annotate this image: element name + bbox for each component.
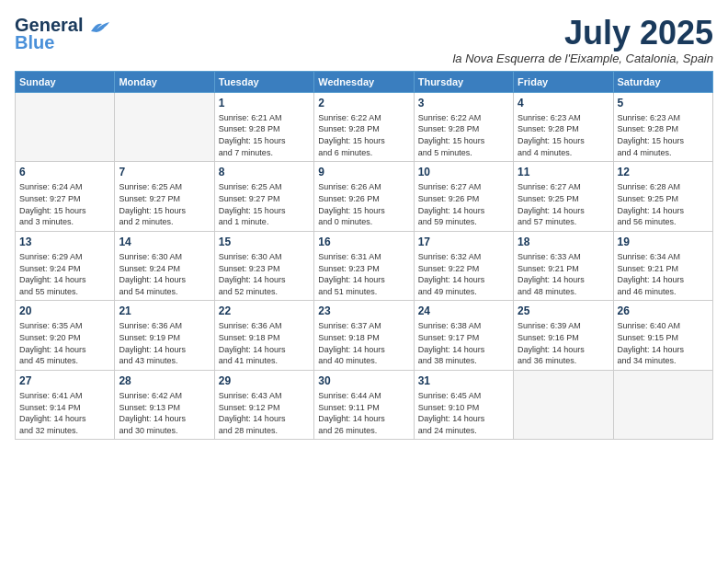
calendar-cell <box>115 92 214 162</box>
day-number: 1 <box>219 96 310 110</box>
calendar-cell: 7Sunrise: 6:25 AM Sunset: 9:27 PM Daylig… <box>115 162 214 232</box>
day-number: 20 <box>19 304 110 318</box>
column-header-wednesday: Wednesday <box>314 71 414 92</box>
day-number: 5 <box>618 96 709 110</box>
day-number: 29 <box>219 373 310 388</box>
day-number: 22 <box>219 304 310 318</box>
day-info: Sunrise: 6:25 AM Sunset: 9:27 PM Dayligh… <box>119 181 210 227</box>
calendar-cell: 1Sunrise: 6:21 AM Sunset: 9:28 PM Daylig… <box>214 92 313 162</box>
day-info: Sunrise: 6:23 AM Sunset: 9:28 PM Dayligh… <box>618 112 709 158</box>
day-number: 23 <box>318 304 409 318</box>
calendar-cell: 28Sunrise: 6:42 AM Sunset: 9:13 PM Dayli… <box>115 370 214 440</box>
week-row-1: 1Sunrise: 6:21 AM Sunset: 9:28 PM Daylig… <box>16 92 713 162</box>
day-number: 14 <box>119 235 210 249</box>
page-header: General Blue July 2025 la Nova Esquerra … <box>15 15 713 65</box>
column-header-tuesday: Tuesday <box>214 71 313 92</box>
day-number: 15 <box>219 235 310 249</box>
day-number: 12 <box>618 165 709 179</box>
day-number: 24 <box>418 304 509 318</box>
logo-bird-icon <box>89 20 109 35</box>
calendar-cell: 13Sunrise: 6:29 AM Sunset: 9:24 PM Dayli… <box>16 231 115 301</box>
day-number: 21 <box>119 304 210 318</box>
day-info: Sunrise: 6:29 AM Sunset: 9:24 PM Dayligh… <box>19 251 110 297</box>
day-info: Sunrise: 6:25 AM Sunset: 9:27 PM Dayligh… <box>219 181 310 227</box>
day-number: 18 <box>518 235 609 249</box>
week-row-2: 6Sunrise: 6:24 AM Sunset: 9:27 PM Daylig… <box>16 162 713 232</box>
day-info: Sunrise: 6:37 AM Sunset: 9:18 PM Dayligh… <box>318 320 409 366</box>
day-info: Sunrise: 6:45 AM Sunset: 9:10 PM Dayligh… <box>418 390 509 436</box>
header-row: SundayMondayTuesdayWednesdayThursdayFrid… <box>16 71 713 92</box>
calendar-cell: 25Sunrise: 6:39 AM Sunset: 9:16 PM Dayli… <box>514 301 613 371</box>
day-info: Sunrise: 6:27 AM Sunset: 9:25 PM Dayligh… <box>518 181 609 227</box>
title-block: July 2025 la Nova Esquerra de l'Eixample… <box>452 15 713 65</box>
calendar-cell: 29Sunrise: 6:43 AM Sunset: 9:12 PM Dayli… <box>214 370 313 440</box>
calendar-cell: 9Sunrise: 6:26 AM Sunset: 9:26 PM Daylig… <box>314 162 414 232</box>
day-info: Sunrise: 6:39 AM Sunset: 9:16 PM Dayligh… <box>518 320 609 366</box>
column-header-saturday: Saturday <box>613 71 712 92</box>
calendar-cell: 26Sunrise: 6:40 AM Sunset: 9:15 PM Dayli… <box>613 301 712 371</box>
day-number: 16 <box>318 235 409 249</box>
day-number: 26 <box>618 304 709 318</box>
calendar-cell: 10Sunrise: 6:27 AM Sunset: 9:26 PM Dayli… <box>414 162 513 232</box>
day-info: Sunrise: 6:27 AM Sunset: 9:26 PM Dayligh… <box>418 181 509 227</box>
day-number: 11 <box>518 165 609 179</box>
day-info: Sunrise: 6:38 AM Sunset: 9:17 PM Dayligh… <box>418 320 509 366</box>
calendar-table: SundayMondayTuesdayWednesdayThursdayFrid… <box>15 71 713 441</box>
day-number: 13 <box>19 235 110 249</box>
calendar-cell: 23Sunrise: 6:37 AM Sunset: 9:18 PM Dayli… <box>314 301 414 371</box>
month-title: July 2025 <box>452 15 713 52</box>
day-number: 28 <box>119 373 210 388</box>
day-info: Sunrise: 6:22 AM Sunset: 9:28 PM Dayligh… <box>418 112 509 158</box>
day-number: 27 <box>19 373 110 388</box>
column-header-thursday: Thursday <box>414 71 513 92</box>
calendar-cell <box>514 370 613 440</box>
calendar-cell: 12Sunrise: 6:28 AM Sunset: 9:25 PM Dayli… <box>613 162 712 232</box>
day-info: Sunrise: 6:26 AM Sunset: 9:26 PM Dayligh… <box>318 181 409 227</box>
day-number: 8 <box>219 165 310 179</box>
column-header-sunday: Sunday <box>16 71 115 92</box>
day-info: Sunrise: 6:32 AM Sunset: 9:22 PM Dayligh… <box>418 251 509 297</box>
calendar-cell: 22Sunrise: 6:36 AM Sunset: 9:18 PM Dayli… <box>214 301 313 371</box>
day-number: 17 <box>418 235 509 249</box>
week-row-4: 20Sunrise: 6:35 AM Sunset: 9:20 PM Dayli… <box>16 301 713 371</box>
day-info: Sunrise: 6:34 AM Sunset: 9:21 PM Dayligh… <box>618 251 709 297</box>
calendar-cell: 21Sunrise: 6:36 AM Sunset: 9:19 PM Dayli… <box>115 301 214 371</box>
day-number: 25 <box>518 304 609 318</box>
day-info: Sunrise: 6:23 AM Sunset: 9:28 PM Dayligh… <box>518 112 609 158</box>
day-number: 10 <box>418 165 509 179</box>
calendar-cell: 4Sunrise: 6:23 AM Sunset: 9:28 PM Daylig… <box>514 92 613 162</box>
calendar-cell: 8Sunrise: 6:25 AM Sunset: 9:27 PM Daylig… <box>214 162 313 232</box>
column-header-friday: Friday <box>514 71 613 92</box>
calendar-cell: 19Sunrise: 6:34 AM Sunset: 9:21 PM Dayli… <box>613 231 712 301</box>
day-number: 6 <box>19 165 110 179</box>
day-info: Sunrise: 6:33 AM Sunset: 9:21 PM Dayligh… <box>518 251 609 297</box>
day-number: 2 <box>318 96 409 110</box>
calendar-cell: 2Sunrise: 6:22 AM Sunset: 9:28 PM Daylig… <box>314 92 414 162</box>
day-info: Sunrise: 6:21 AM Sunset: 9:28 PM Dayligh… <box>219 112 310 158</box>
calendar-cell: 5Sunrise: 6:23 AM Sunset: 9:28 PM Daylig… <box>613 92 712 162</box>
day-info: Sunrise: 6:41 AM Sunset: 9:14 PM Dayligh… <box>19 390 110 436</box>
week-row-5: 27Sunrise: 6:41 AM Sunset: 9:14 PM Dayli… <box>16 370 713 440</box>
day-info: Sunrise: 6:22 AM Sunset: 9:28 PM Dayligh… <box>318 112 409 158</box>
week-row-3: 13Sunrise: 6:29 AM Sunset: 9:24 PM Dayli… <box>16 231 713 301</box>
day-number: 30 <box>318 373 409 388</box>
day-info: Sunrise: 6:42 AM Sunset: 9:13 PM Dayligh… <box>119 390 210 436</box>
calendar-cell: 6Sunrise: 6:24 AM Sunset: 9:27 PM Daylig… <box>16 162 115 232</box>
column-header-monday: Monday <box>115 71 214 92</box>
calendar-cell: 20Sunrise: 6:35 AM Sunset: 9:20 PM Dayli… <box>16 301 115 371</box>
day-info: Sunrise: 6:28 AM Sunset: 9:25 PM Dayligh… <box>618 181 709 227</box>
calendar-cell <box>16 92 115 162</box>
day-info: Sunrise: 6:36 AM Sunset: 9:18 PM Dayligh… <box>219 320 310 366</box>
day-info: Sunrise: 6:30 AM Sunset: 9:23 PM Dayligh… <box>219 251 310 297</box>
day-info: Sunrise: 6:43 AM Sunset: 9:12 PM Dayligh… <box>219 390 310 436</box>
calendar-cell: 16Sunrise: 6:31 AM Sunset: 9:23 PM Dayli… <box>314 231 414 301</box>
day-number: 3 <box>418 96 509 110</box>
day-info: Sunrise: 6:31 AM Sunset: 9:23 PM Dayligh… <box>318 251 409 297</box>
day-number: 19 <box>618 235 709 249</box>
calendar-cell: 3Sunrise: 6:22 AM Sunset: 9:28 PM Daylig… <box>414 92 513 162</box>
logo: General Blue <box>15 15 109 53</box>
day-info: Sunrise: 6:30 AM Sunset: 9:24 PM Dayligh… <box>119 251 210 297</box>
location-subtitle: la Nova Esquerra de l'Eixample, Cataloni… <box>452 52 713 65</box>
day-info: Sunrise: 6:24 AM Sunset: 9:27 PM Dayligh… <box>19 181 110 227</box>
day-info: Sunrise: 6:35 AM Sunset: 9:20 PM Dayligh… <box>19 320 110 366</box>
